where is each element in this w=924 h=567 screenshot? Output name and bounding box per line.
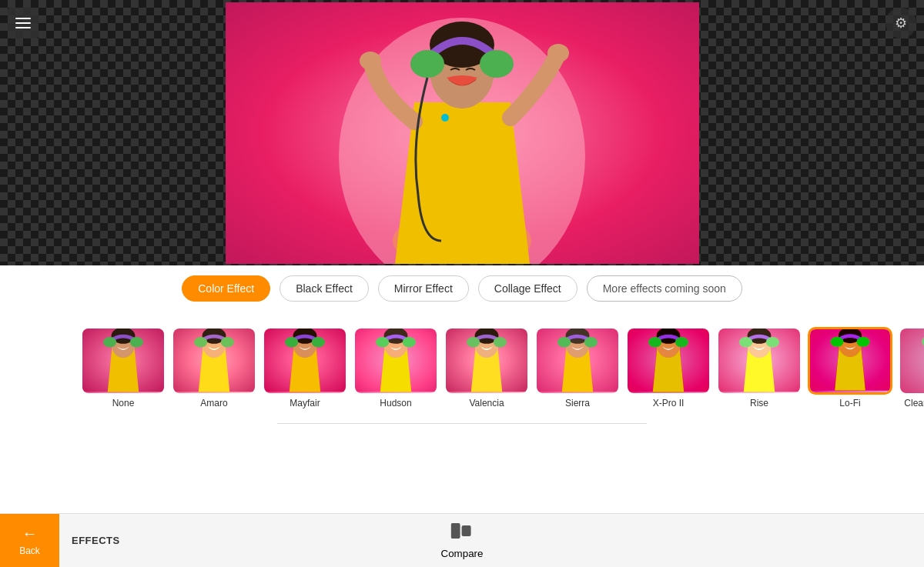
svg-point-59 <box>766 337 779 347</box>
tab-color-effect[interactable]: Color Effect <box>182 275 270 302</box>
svg-point-41 <box>494 337 507 347</box>
settings-button[interactable]: ⚙ <box>886 8 916 38</box>
svg-point-8 <box>480 50 514 78</box>
main-image <box>226 2 699 264</box>
svg-point-29 <box>312 337 325 347</box>
svg-point-34 <box>376 337 389 347</box>
compare-svg-icon <box>451 522 473 540</box>
back-button[interactable]: ← Back <box>0 514 59 568</box>
svg-rect-66 <box>900 329 924 393</box>
tab-black-effect[interactable]: Black Effect <box>280 275 369 302</box>
filters-row: None Am <box>0 312 924 423</box>
svg-point-35 <box>403 337 416 347</box>
svg-point-47 <box>584 337 598 347</box>
menu-button[interactable] <box>8 8 38 38</box>
svg-point-10 <box>547 44 569 62</box>
svg-point-9 <box>360 52 381 70</box>
filter-amaro[interactable]: Amaro <box>172 327 256 409</box>
effects-tabs: Color Effect Black Effect Mirror Effect … <box>0 265 924 312</box>
filter-hudson[interactable]: Hudson <box>353 327 438 409</box>
settings-icon: ⚙ <box>895 15 907 32</box>
filter-valencia-label: Valencia <box>469 398 504 409</box>
filter-clearlo[interactable]: Clear Lo <box>899 327 924 409</box>
filter-lofi[interactable]: Lo-Fi <box>808 327 892 409</box>
tab-collage-effect[interactable]: Collage Effect <box>478 275 578 302</box>
menu-line-3 <box>15 27 31 28</box>
svg-point-65 <box>857 336 870 346</box>
svg-rect-73 <box>462 525 471 536</box>
app-container: ⚙ Color Effect Black Effect Mirror Effec… <box>0 0 924 567</box>
compare-label: Compare <box>441 548 484 559</box>
divider <box>277 423 647 424</box>
filter-none-label: None <box>112 398 135 409</box>
svg-point-40 <box>467 337 480 347</box>
filter-none[interactable]: None <box>81 327 166 409</box>
svg-point-16 <box>103 337 116 347</box>
filter-rise-label: Rise <box>750 398 768 409</box>
filter-rise[interactable]: Rise <box>717 327 802 409</box>
canvas-area: ⚙ <box>0 0 924 265</box>
svg-point-23 <box>221 337 234 347</box>
svg-point-64 <box>830 336 843 346</box>
compare-icon <box>451 522 473 545</box>
filter-sierra[interactable]: Sierra <box>535 327 620 409</box>
filter-mayfair-label: Mayfair <box>290 398 320 409</box>
back-arrow-icon: ← <box>22 525 38 542</box>
svg-point-58 <box>739 337 752 347</box>
filter-lofi-label: Lo-Fi <box>839 398 860 409</box>
tab-mirror-effect[interactable]: Mirror Effect <box>378 275 469 302</box>
compare-button[interactable]: Compare <box>441 522 484 559</box>
svg-point-28 <box>285 337 298 347</box>
menu-line-2 <box>15 22 31 24</box>
back-label: Back <box>19 545 40 556</box>
menu-line-1 <box>15 18 31 19</box>
filter-clearlo-label: Clear Lo <box>904 398 924 409</box>
svg-point-7 <box>410 50 444 78</box>
filter-valencia[interactable]: Valencia <box>444 327 529 409</box>
filter-xpro-label: X-Pro II <box>653 398 685 409</box>
filter-amaro-label: Amaro <box>200 398 227 409</box>
svg-point-52 <box>648 337 661 347</box>
svg-point-53 <box>675 337 688 347</box>
svg-rect-72 <box>451 523 460 539</box>
main-image-svg <box>226 2 699 264</box>
svg-point-17 <box>130 337 143 347</box>
effects-toolbar-label: EFFECTS <box>72 535 120 546</box>
svg-point-11 <box>441 114 449 122</box>
filter-xpro[interactable]: X-Pro II <box>626 327 711 409</box>
filter-sierra-label: Sierra <box>565 398 590 409</box>
svg-point-22 <box>194 337 207 347</box>
tab-more-effects[interactable]: More effects coming soon <box>587 275 742 302</box>
bottom-toolbar: ← Back EFFECTS Compare <box>0 513 924 567</box>
filter-mayfair[interactable]: Mayfair <box>263 327 347 409</box>
svg-point-46 <box>557 337 571 347</box>
filter-hudson-label: Hudson <box>380 398 411 409</box>
